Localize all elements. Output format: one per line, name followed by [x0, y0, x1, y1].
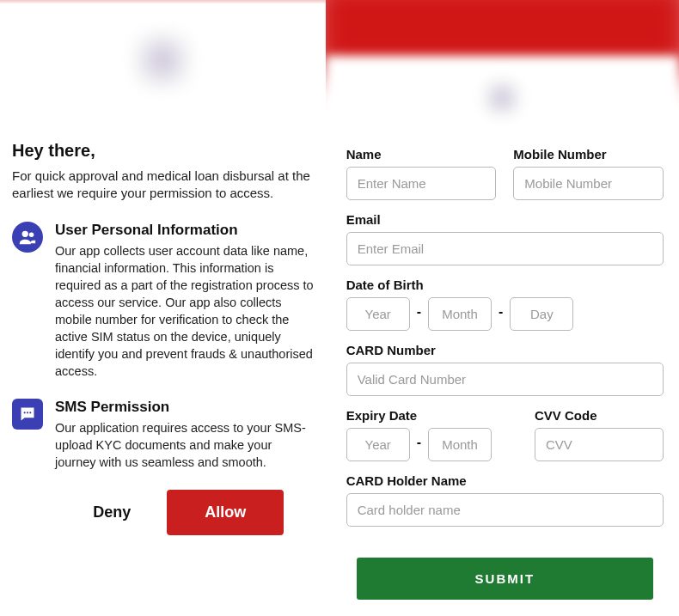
dob-month-input[interactable] — [428, 297, 492, 331]
left-logo-area — [0, 0, 326, 120]
top-accent-bar — [0, 0, 326, 3]
name-input[interactable] — [346, 167, 497, 200]
card-number-label: CARD Number — [346, 343, 664, 357]
deny-button[interactable]: Deny — [76, 491, 148, 534]
right-header — [326, 0, 679, 133]
expiry-label: Expiry Date — [346, 408, 492, 423]
mobile-input[interactable] — [513, 167, 664, 200]
svg-point-3 — [27, 412, 28, 413]
permissions-pane: Hey there, For quick approval and medica… — [0, 0, 326, 616]
expiry-year-input[interactable] — [346, 428, 410, 461]
submit-button[interactable]: SUBMIT — [357, 558, 653, 600]
email-input[interactable] — [346, 232, 664, 265]
mobile-label: Mobile Number — [513, 147, 664, 162]
card-number-input[interactable] — [346, 363, 664, 396]
greeting-heading: Hey there, — [12, 141, 314, 161]
greeting-subtext: For quick approval and medical loan disb… — [12, 168, 314, 203]
cvv-input[interactable] — [535, 428, 664, 461]
dash-separator: - — [417, 304, 421, 320]
cvv-label: CVV Code — [535, 408, 664, 423]
dash-separator: - — [417, 435, 421, 450]
permission-user-info-body: Our app collects user account data like … — [55, 242, 314, 380]
card-form-pane: Name Mobile Number Email Date of Birth — [326, 0, 679, 616]
app-logo-blurred-right — [482, 78, 522, 118]
permission-user-info: User Personal Information Our app collec… — [12, 222, 314, 380]
email-label: Email — [346, 212, 664, 227]
svg-point-1 — [29, 232, 34, 237]
name-label: Name — [346, 147, 497, 162]
svg-point-4 — [29, 412, 31, 413]
svg-point-2 — [24, 412, 26, 413]
dob-label: Date of Birth — [346, 278, 664, 292]
card-holder-input[interactable] — [346, 493, 664, 527]
dob-day-input[interactable] — [510, 297, 573, 331]
permission-user-info-title: User Personal Information — [55, 222, 314, 239]
sms-chat-icon — [12, 399, 43, 430]
svg-point-0 — [22, 230, 28, 236]
permission-sms: SMS Permission Our application requires … — [12, 399, 314, 471]
allow-button[interactable]: Allow — [167, 490, 284, 535]
dash-separator: - — [499, 304, 503, 320]
permission-sms-title: SMS Permission — [55, 399, 314, 416]
dob-year-input[interactable] — [346, 297, 410, 331]
card-holder-label: CARD Holder Name — [346, 473, 664, 488]
permission-sms-body: Our application requires access to your … — [55, 419, 314, 471]
user-group-icon — [12, 222, 43, 253]
app-logo-blurred — [132, 30, 193, 90]
expiry-month-input[interactable] — [428, 428, 492, 461]
